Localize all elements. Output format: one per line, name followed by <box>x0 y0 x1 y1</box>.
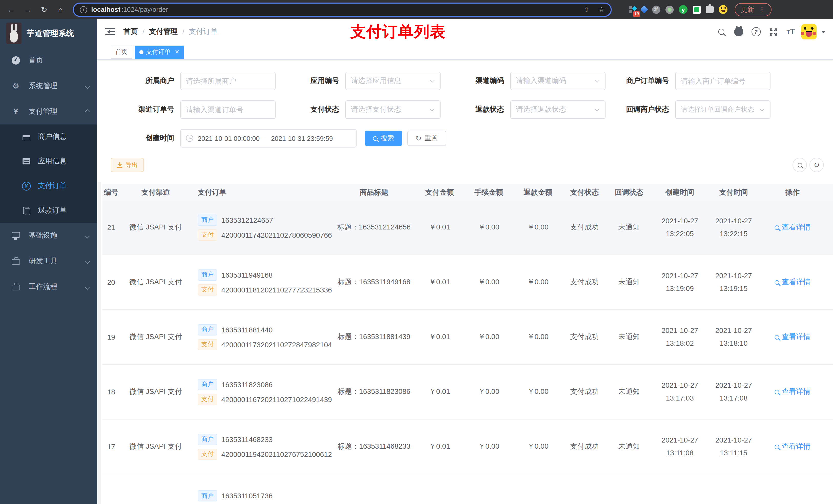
filter-row-2: 渠道订单号 支付状态 请选择支付状态 退款状态 请选择退款状态 回调商户状态 请… <box>113 100 833 119</box>
table-row[interactable]: 17 微信 JSAPI 支付 商户1635311468233 支付4200001… <box>102 419 833 474</box>
sidebar-item-workflow[interactable]: 工作流程 <box>0 274 97 299</box>
channel-code-select[interactable]: 请输入渠道编码 <box>510 72 605 90</box>
help-icon[interactable]: ? <box>749 25 763 39</box>
extension-blocks-icon[interactable]: 10 <box>629 6 636 13</box>
view-detail-link[interactable]: 查看详情 <box>759 332 826 342</box>
avatar[interactable] <box>801 24 817 40</box>
sidebar-item-payment[interactable]: ¥ 支付管理 <box>0 99 97 124</box>
cell-channel: 微信 JSAPI 支付 <box>120 442 192 451</box>
extension-v-icon[interactable]: y <box>679 5 688 14</box>
sidebar-item-merchant-info[interactable]: 商户信息 <box>0 124 97 149</box>
cell-created: 2021-10-2713:17:03 <box>652 381 708 403</box>
sidebar-item-system[interactable]: ⚙ 系统管理 <box>0 73 97 99</box>
chevron-down-icon <box>85 83 90 89</box>
sidebar-item-refund-order[interactable]: 退款订单 <box>0 198 97 223</box>
sidebar-item-infra[interactable]: 基础设施 <box>0 223 97 248</box>
orders-table: 编号 支付渠道 支付订单 商品标题 支付金额 手续金额 退款金额 支付状态 回调… <box>102 184 833 504</box>
date-separator: - <box>264 135 266 142</box>
navbar-actions: ? TT <box>714 24 825 40</box>
share-icon[interactable]: ⇧ <box>584 6 589 13</box>
breadcrumb-pay-mgmt[interactable]: 支付管理 <box>149 27 178 37</box>
home-icon[interactable]: ⌂ <box>54 3 67 16</box>
sidebar-item-label: 首页 <box>29 56 43 65</box>
table-row[interactable]: 18 微信 JSAPI 支付 商户1635311823086 支付4200001… <box>102 365 833 419</box>
show-search-toggle-button[interactable] <box>792 158 807 172</box>
url-host: localhost <box>91 6 120 13</box>
table-row[interactable]: 20 微信 JSAPI 支付 商户1635311949168 支付4200001… <box>102 255 833 310</box>
tab-pay-order[interactable]: 支付订单 ✕ <box>135 45 184 58</box>
channel-order-no: 4200001173202110272847982104 <box>221 340 332 349</box>
table-row[interactable]: 21 微信 JSAPI 支付 商户1635312124657 支付4200001… <box>102 200 833 255</box>
cell-amount: ￥0.01 <box>415 223 464 232</box>
extension-kite-icon[interactable] <box>640 5 648 13</box>
refresh-table-button[interactable]: ↻ <box>809 158 824 172</box>
export-button[interactable]: 导出 <box>111 158 144 172</box>
callback-status-select[interactable]: 请选择订单回调商户状态 <box>675 100 770 119</box>
extension-chat-icon[interactable] <box>693 5 701 14</box>
view-detail-link[interactable]: 查看详情 <box>759 223 826 232</box>
toolbar-row: 导出 ↻ <box>111 158 833 172</box>
refund-status-select[interactable]: 请选择退款状态 <box>510 100 605 119</box>
col-refund: 退款金额 <box>513 188 563 197</box>
merchant-order-no: 1635311051736 <box>221 492 272 500</box>
bookmark-star-icon[interactable]: ☆ <box>599 6 604 13</box>
search-icon[interactable] <box>714 25 728 39</box>
app-select[interactable]: 请选择应用信息 <box>345 72 441 90</box>
merchant-order-no-input[interactable] <box>675 72 770 90</box>
tab-close-icon[interactable]: ✕ <box>175 49 179 55</box>
hamburger-fold-icon[interactable] <box>105 27 115 36</box>
avatar-caret-icon[interactable] <box>821 31 825 35</box>
breadcrumb-separator: / <box>142 28 144 36</box>
sidebar-item-label: 基础设施 <box>29 231 57 240</box>
cell-refund: ￥0.00 <box>513 278 563 287</box>
sidebar-item-home[interactable]: 首页 <box>0 48 97 73</box>
search-button[interactable]: 搜索 <box>365 130 402 146</box>
github-icon[interactable] <box>732 25 745 39</box>
fullscreen-icon[interactable] <box>766 25 780 39</box>
col-fee: 手续金额 <box>464 188 513 197</box>
date-range-picker[interactable]: 2021-10-01 00:00:00 - 2021-10-31 23:59:5… <box>180 129 357 147</box>
browser-toolbar: ← → ↻ ⌂ i localhost:1024/pay/order ⇧ ☆ 1… <box>0 0 833 19</box>
forward-icon[interactable]: → <box>22 3 34 16</box>
back-icon[interactable]: ← <box>5 3 18 16</box>
sidebar-item-app-info[interactable]: 应用信息 <box>0 149 97 174</box>
extensions-puzzle-icon[interactable] <box>706 6 714 13</box>
pay-status-select[interactable]: 请选择支付状态 <box>345 100 441 119</box>
table-row[interactable]: 19 微信 JSAPI 支付 商户1635311881440 支付4200001… <box>102 310 833 365</box>
browser-update-button[interactable]: 更新 ⋮ <box>735 3 771 16</box>
reload-icon[interactable]: ↻ <box>38 3 50 16</box>
cell-channel: 微信 JSAPI 支付 <box>120 387 192 397</box>
cell-pay-order: 商户1635311051736 <box>192 474 333 504</box>
breadcrumb: 首页 / 支付管理 / 支付订单 <box>123 27 218 37</box>
chevron-down-icon <box>85 284 90 289</box>
font-size-icon[interactable]: TT <box>784 25 798 39</box>
channel-order-no-input[interactable] <box>180 100 276 119</box>
address-bar[interactable]: i localhost:1024/pay/order ⇧ ☆ <box>73 2 612 17</box>
cell-pay-order: 商户1635312124657 支付4200001174202110278060… <box>192 211 333 244</box>
tab-label: 首页 <box>115 48 127 56</box>
cell-notify: 未通知 <box>606 332 652 342</box>
sidebar-item-dev-tools[interactable]: 研发工具 <box>0 248 97 274</box>
refund-copy-icon <box>22 207 31 214</box>
profile-emoji-icon[interactable] <box>719 5 728 14</box>
select-placeholder: 请输入渠道编码 <box>516 76 592 86</box>
merchant-tag: 商户 <box>198 324 217 335</box>
extension-dot-icon[interactable] <box>665 5 674 14</box>
browser-menu-icon[interactable]: ⋮ <box>759 6 765 13</box>
sidebar-item-pay-order[interactable]: ¥ 支付订单 <box>0 174 97 198</box>
tab-home[interactable]: 首页 <box>111 45 132 58</box>
merchant-order-no: 1635311468233 <box>221 435 272 443</box>
table-row[interactable]: 商户1635311051736 <box>102 474 833 504</box>
url-path: :1024/pay/order <box>121 6 168 13</box>
download-icon <box>117 162 122 168</box>
view-detail-link[interactable]: 查看详情 <box>759 278 826 287</box>
col-amount: 支付金额 <box>415 188 464 197</box>
extension-command-icon[interactable]: ⌘ <box>652 5 660 14</box>
breadcrumb-home[interactable]: 首页 <box>123 27 138 37</box>
merchant-select[interactable] <box>180 72 276 90</box>
site-info-icon[interactable]: i <box>80 6 87 13</box>
view-detail-link[interactable]: 查看详情 <box>759 387 826 397</box>
col-channel: 支付渠道 <box>120 188 192 197</box>
view-detail-link[interactable]: 查看详情 <box>759 442 826 451</box>
reset-button[interactable]: ↻重置 <box>407 130 446 146</box>
